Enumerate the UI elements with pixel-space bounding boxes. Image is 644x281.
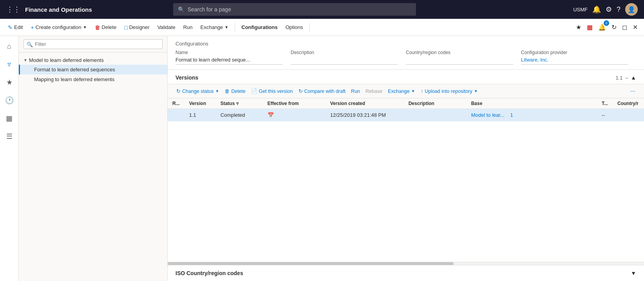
tree-root-item[interactable]: ▼ Model to learn deferred elements [19, 56, 167, 65]
base-link[interactable]: Model to lear... [471, 112, 505, 118]
config-field-provider-value[interactable]: Litware, Inc. [521, 57, 628, 65]
plus-icon: + [31, 24, 34, 31]
content-area: Configurations Name Format to learn defe… [168, 36, 644, 281]
top-nav-right: USMF 🔔 ⚙ ? 👤 [573, 3, 638, 16]
configurations-button[interactable]: Configurations [238, 23, 280, 32]
close-icon[interactable]: ✕ [631, 22, 639, 33]
chevron-down-icon-exchange[interactable]: ▼ [224, 25, 228, 29]
versions-run-button[interactable]: Run [349, 87, 362, 96]
col-header-status[interactable]: Status ▿ [216, 98, 263, 109]
delete-icon: 🗑 [95, 24, 100, 31]
side-icon-bar: ⌂ ▿ ★ 🕐 ▦ ☰ [0, 36, 19, 281]
rebase-button: Rebase [363, 87, 385, 96]
chevron-down-icon[interactable]: ▼ [83, 25, 87, 29]
tree-arrow-icon: ▼ [24, 58, 27, 62]
upload-into-repository-button[interactable]: ↑ Upload into repository ▼ [418, 87, 480, 96]
notification-bell-icon[interactable]: 🔔 [592, 5, 601, 14]
tree-item-0[interactable]: Format to learn deferred sequences [19, 65, 167, 74]
exchange-button[interactable]: Exchange ▼ [197, 23, 232, 32]
favorites-star-icon[interactable]: ★ [3, 75, 16, 90]
versions-version-display: 1.1 [615, 75, 622, 81]
cell-effective[interactable]: 📅 [263, 109, 326, 121]
config-field-name-label: Name [175, 50, 283, 55]
home-icon[interactable]: ⌂ [4, 39, 14, 54]
favorite-star-icon[interactable]: ★ [574, 22, 583, 33]
exchange-chevron-icon[interactable]: ▼ [411, 89, 415, 93]
user-label: USMF [573, 7, 588, 13]
versions-header-right: 1.1 -- ▲ [615, 74, 636, 81]
user-avatar[interactable]: 👤 [625, 3, 638, 16]
iso-section-title: ISO Country/region codes [175, 270, 243, 276]
tree-panel: 🔍 ▼ Model to learn deferred elements For… [19, 36, 168, 281]
filter-icon[interactable]: ▿ [4, 57, 14, 72]
change-status-button[interactable]: ↻ Change status ▼ [174, 87, 222, 96]
help-question-icon[interactable]: ? [617, 5, 620, 14]
search-bar[interactable]: 🔍 [173, 3, 416, 16]
versions-separator: -- [625, 75, 628, 81]
edit-button[interactable]: ✎ Edit [5, 23, 26, 32]
tree-content: ▼ Model to learn deferred elements Forma… [19, 53, 167, 281]
versions-title: Versions [175, 74, 198, 81]
config-field-name: Name Format to learn deferred seque... [175, 50, 291, 65]
compare-with-draft-button[interactable]: ↻ Compare with draft [296, 87, 348, 96]
col-header-description: Description [404, 98, 467, 109]
designer-button[interactable]: □ Designer [121, 23, 153, 32]
recent-clock-icon[interactable]: 🕐 [2, 93, 17, 108]
microsoft-office-icon[interactable]: ▦ [585, 22, 594, 33]
versions-collapse-button[interactable]: ▲ [631, 74, 636, 81]
config-field-desc-value [291, 57, 398, 65]
create-configuration-button[interactable]: + Create configuration ▼ [27, 23, 90, 32]
tree-item-1[interactable]: Mapping to learn deferred elements [19, 74, 167, 84]
config-field-provider: Configuration provider Litware, Inc. [521, 50, 636, 65]
validate-button[interactable]: Validate [154, 23, 179, 32]
edit-icon: ✎ [8, 24, 13, 31]
iso-collapse-button[interactable]: ▼ [631, 270, 636, 276]
apps-grid-icon[interactable]: ⋮⋮ [6, 5, 20, 14]
versions-delete-icon: 🗑 [225, 89, 230, 94]
table-row[interactable]: 1.1 Completed 📅 12/25/2019 03:21:48 PM M… [168, 109, 644, 121]
upload-chevron-icon[interactable]: ▼ [474, 89, 478, 93]
cell-created: 12/25/2019 03:21:48 PM [326, 109, 404, 121]
change-status-chevron-icon[interactable]: ▼ [215, 89, 219, 93]
notification-badge: 0 [604, 20, 609, 26]
toolbar-right-actions: ★ ▦ 🔔 0 ↻ ◻ ✕ [574, 22, 639, 33]
col-header-t: T... [597, 98, 613, 109]
more-options-button[interactable]: ⋯ [628, 87, 638, 96]
cell-description [404, 109, 467, 121]
search-input[interactable] [188, 6, 411, 13]
horizontal-scrollbar[interactable] [168, 262, 644, 265]
versions-delete-button[interactable]: 🗑 Delete [223, 87, 248, 96]
cell-status: Completed [216, 109, 263, 121]
delete-button[interactable]: 🗑 Delete [92, 23, 120, 32]
calendar-icon[interactable]: 📅 [268, 112, 274, 118]
col-header-base: Base [467, 98, 597, 109]
workspace-icon[interactable]: ▦ [3, 111, 16, 126]
versions-data-table: R... Version Status ▿ Effective from Ver… [168, 98, 644, 121]
toolbar-divider-2 [309, 23, 310, 32]
compare-icon: ↻ [298, 88, 303, 94]
config-field-country: Country/region codes [406, 50, 521, 65]
notification-count-icon[interactable]: 🔔 0 [597, 22, 608, 33]
get-this-version-button[interactable]: 📄 Get this version [249, 87, 295, 96]
base-num-link[interactable]: 1 [510, 112, 513, 118]
config-fields: Name Format to learn deferred seque... D… [175, 50, 636, 65]
versions-exchange-button[interactable]: Exchange ▼ [385, 87, 418, 96]
filter-input[interactable] [24, 39, 163, 49]
cell-t: -- [597, 109, 613, 121]
run-button[interactable]: Run [180, 23, 196, 32]
upload-icon: ↑ [421, 88, 423, 94]
restore-icon[interactable]: ◻ [620, 22, 629, 33]
col-header-version[interactable]: Version [185, 98, 216, 109]
settings-gear-icon[interactable]: ⚙ [606, 5, 612, 14]
config-field-country-label: Country/region codes [406, 50, 513, 55]
versions-table: R... Version Status ▿ Effective from Ver… [168, 98, 644, 262]
versions-section: Versions 1.1 -- ▲ ↻ Change status ▼ 🗑 De… [168, 70, 644, 265]
config-field-desc-label: Description [291, 50, 398, 55]
versions-header: Versions 1.1 -- ▲ [168, 70, 644, 84]
refresh-icon[interactable]: ↻ [610, 22, 618, 33]
cell-version: 1.1 [185, 109, 216, 121]
tree-item-label-1: Mapping to learn deferred elements [34, 76, 114, 82]
options-button[interactable]: Options [282, 23, 306, 32]
list-icon[interactable]: ☰ [3, 129, 16, 144]
config-field-description: Description [291, 50, 406, 65]
